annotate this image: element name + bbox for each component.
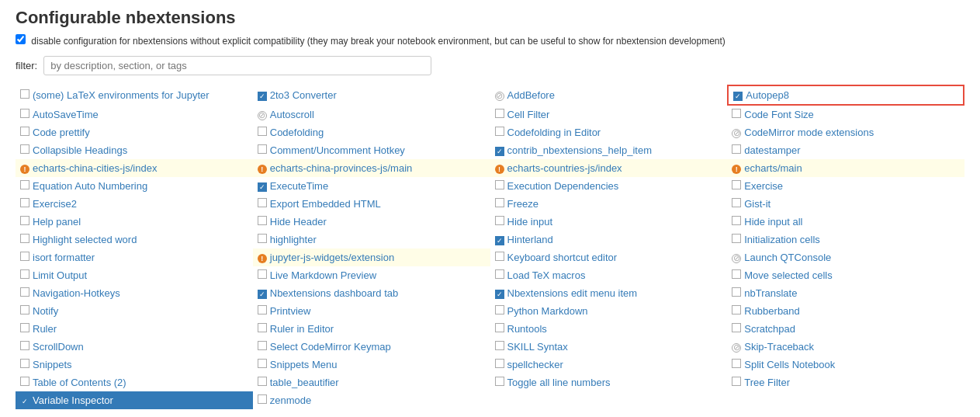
extension-link[interactable]: Skip-Traceback: [744, 341, 814, 353]
extension-link[interactable]: Freeze: [507, 198, 538, 210]
list-item[interactable]: Load TeX macros: [490, 266, 728, 284]
list-item[interactable]: Hide Header: [253, 213, 490, 231]
list-item[interactable]: table_beautifier: [253, 374, 490, 391]
list-item[interactable]: ⊘AddBefore: [490, 85, 728, 106]
extension-link[interactable]: AutoSaveTime: [33, 109, 99, 120]
extension-link[interactable]: Notify: [33, 305, 58, 317]
list-item[interactable]: ScrollDown: [16, 338, 253, 356]
list-item[interactable]: Live Markdown Preview: [253, 266, 490, 284]
extension-link[interactable]: SKILL Syntax: [507, 341, 568, 353]
extension-link[interactable]: echarts-china-provinces-js/main: [270, 162, 413, 174]
list-item[interactable]: datestamper: [727, 141, 964, 159]
extension-link[interactable]: Load TeX macros: [507, 269, 586, 281]
extension-link[interactable]: Live Markdown Preview: [270, 269, 376, 281]
list-item[interactable]: ✓2to3 Converter: [253, 85, 490, 106]
list-item[interactable]: highlighter: [253, 231, 490, 248]
list-item[interactable]: Toggle all line numbers: [490, 374, 728, 391]
list-item[interactable]: !echarts/main: [727, 159, 964, 177]
list-item[interactable]: ✓contrib_nbextensions_help_item: [490, 141, 728, 159]
list-item[interactable]: Code prettify: [16, 123, 253, 141]
list-item[interactable]: SKILL Syntax: [490, 338, 728, 356]
extension-link[interactable]: isort formatter: [33, 252, 95, 263]
list-item[interactable]: ⊘Skip-Traceback: [727, 338, 964, 356]
list-item[interactable]: !echarts-china-cities-js/index: [16, 159, 253, 177]
extension-link[interactable]: Launch QTConsole: [744, 252, 831, 263]
extension-link[interactable]: Python Markdown: [507, 305, 588, 317]
list-item[interactable]: Limit Output: [16, 266, 253, 284]
extension-link[interactable]: Exercise2: [33, 198, 77, 210]
extension-link[interactable]: Tree Filter: [744, 377, 790, 388]
list-item[interactable]: ✓Hinterland: [490, 231, 728, 248]
extension-link[interactable]: Export Embedded HTML: [270, 198, 381, 210]
list-item[interactable]: spellchecker: [490, 356, 728, 374]
list-item[interactable]: Table of Contents (2): [16, 374, 253, 391]
extension-link[interactable]: Rubberband: [744, 305, 800, 317]
list-item[interactable]: ✓Variable Inspector: [16, 391, 253, 409]
extension-link[interactable]: nbTranslate: [744, 287, 797, 299]
extension-link[interactable]: Printview: [270, 305, 311, 317]
list-item[interactable]: !echarts-countries-js/index: [490, 159, 728, 177]
extension-link[interactable]: contrib_nbextensions_help_item: [507, 144, 652, 156]
list-item[interactable]: ⊘Launch QTConsole: [727, 248, 964, 266]
list-item[interactable]: Printview: [253, 302, 490, 320]
extension-link[interactable]: ExecuteTime: [270, 180, 328, 192]
list-item[interactable]: ✓Autopep8: [727, 85, 964, 106]
disable-checkbox[interactable]: [16, 34, 26, 44]
list-item[interactable]: !jupyter-js-widgets/extension: [253, 248, 490, 266]
list-item[interactable]: zenmode: [253, 391, 490, 409]
list-item[interactable]: Notify: [16, 302, 253, 320]
list-item[interactable]: Ruler in Editor: [253, 320, 490, 338]
extension-link[interactable]: datestamper: [744, 144, 800, 156]
extension-link[interactable]: spellchecker: [507, 359, 563, 370]
list-item[interactable]: (some) LaTeX environments for Jupyter: [16, 85, 253, 106]
extension-link[interactable]: Nbextensions dashboard tab: [270, 287, 399, 299]
extension-link[interactable]: Navigation-Hotkeys: [33, 287, 120, 299]
list-item[interactable]: Comment/Uncomment Hotkey: [253, 141, 490, 159]
list-item[interactable]: Help panel: [16, 213, 253, 231]
list-item[interactable]: Collapsible Headings: [16, 141, 253, 159]
list-item[interactable]: Codefolding in Editor: [490, 123, 728, 141]
list-item[interactable]: Exercise: [727, 177, 964, 195]
extension-link[interactable]: echarts-china-cities-js/index: [33, 162, 157, 174]
extension-link[interactable]: Collapsible Headings: [33, 144, 127, 156]
list-item[interactable]: Select CodeMirror Keymap: [253, 338, 490, 356]
list-item[interactable]: Hide input: [490, 213, 728, 231]
extension-link[interactable]: Hide input: [507, 216, 553, 228]
list-item[interactable]: Rubberband: [727, 302, 964, 320]
extension-link[interactable]: Code prettify: [33, 127, 90, 138]
extension-link[interactable]: Help panel: [33, 216, 81, 228]
list-item[interactable]: AutoSaveTime: [16, 106, 253, 123]
list-item[interactable]: Move selected cells: [727, 266, 964, 284]
extension-link[interactable]: jupyter-js-widgets/extension: [270, 252, 394, 263]
extension-link[interactable]: table_beautifier: [270, 377, 339, 388]
extension-link[interactable]: ScrollDown: [33, 341, 84, 353]
extension-link[interactable]: Gist-it: [744, 198, 770, 210]
list-item[interactable]: Navigation-Hotkeys: [16, 284, 253, 302]
list-item[interactable]: ✓ExecuteTime: [253, 177, 490, 195]
list-item[interactable]: Gist-it: [727, 195, 964, 213]
extension-link[interactable]: Split Cells Notebook: [744, 359, 835, 370]
list-item[interactable]: Runtools: [490, 320, 728, 338]
extension-link[interactable]: Autoscroll: [270, 109, 314, 120]
extension-link[interactable]: Autopep8: [746, 89, 789, 101]
list-item[interactable]: Snippets Menu: [253, 356, 490, 374]
list-item[interactable]: Codefolding: [253, 123, 490, 141]
extension-link[interactable]: zenmode: [270, 394, 311, 406]
extension-link[interactable]: Limit Output: [33, 269, 87, 281]
extension-link[interactable]: echarts-countries-js/index: [507, 162, 622, 174]
list-item[interactable]: Export Embedded HTML: [253, 195, 490, 213]
list-item[interactable]: Scratchpad: [727, 320, 964, 338]
extension-link[interactable]: Initialization cells: [744, 234, 820, 245]
extension-link[interactable]: AddBefore: [507, 89, 555, 101]
extension-link[interactable]: Scratchpad: [744, 323, 795, 335]
list-item[interactable]: Code Font Size: [727, 106, 964, 123]
list-item[interactable]: Snippets: [16, 356, 253, 374]
extension-link[interactable]: Ruler: [33, 323, 57, 335]
extension-link[interactable]: highlighter: [270, 234, 317, 245]
extension-link[interactable]: Select CodeMirror Keymap: [270, 341, 391, 353]
extension-link[interactable]: 2to3 Converter: [270, 89, 337, 101]
list-item[interactable]: ⊘Autoscroll: [253, 106, 490, 123]
extension-link[interactable]: Snippets Menu: [270, 359, 338, 370]
extension-link[interactable]: Hide input all: [744, 216, 802, 228]
extension-link[interactable]: Ruler in Editor: [270, 323, 334, 335]
